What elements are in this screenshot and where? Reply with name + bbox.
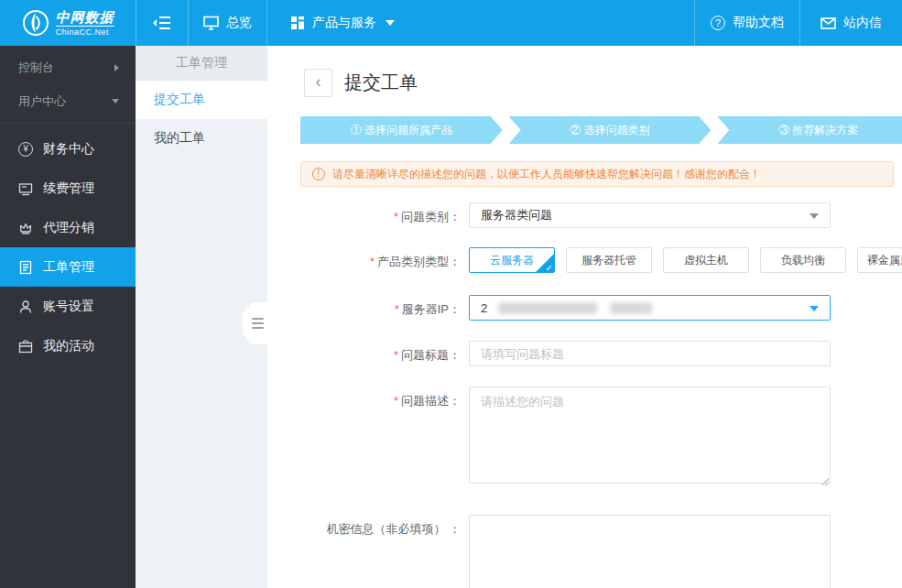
submenu-item-submit-ticket[interactable]: 提交工单 xyxy=(136,81,267,119)
category-label-text: 问题类别： xyxy=(401,210,461,223)
step-2-select-category: ② 选择问题类别 xyxy=(509,116,712,144)
product-button-cloud-server[interactable]: 云服务器 ✓ xyxy=(469,247,555,273)
grip-line xyxy=(252,322,264,324)
issue-description-label-text: 问题描述： xyxy=(401,394,461,408)
help-question-icon: ? xyxy=(711,16,725,30)
check-icon: ✓ xyxy=(546,263,553,273)
workorder-label: 工单管理 xyxy=(43,259,94,276)
sidebar-item-account[interactable]: 账号设置 xyxy=(0,287,136,326)
top-navbar: 中网数据 ChinaCC.Net 总览 产品与服务 xyxy=(0,0,902,46)
caret-down-icon xyxy=(810,213,819,219)
form-row-server-ip: *服务器IP： 2 xyxy=(300,295,831,321)
grip-line xyxy=(252,318,264,320)
sidebar-item-finance[interactable]: ¥ 财务中心 xyxy=(0,129,136,169)
sidebar-item-agent[interactable]: 代理分销 xyxy=(0,208,136,247)
product-button-label: 服务器托管 xyxy=(581,253,636,268)
nav-item-help-docs[interactable]: ? 帮助文档 xyxy=(694,0,799,46)
info-alert: ! 请尽量清晰详尽的描述您的问题，以便工作人员能够快速帮您解决问题！感谢您的配合… xyxy=(300,161,894,187)
product-button-bare-metal[interactable]: 裸金属服务器 ✓ xyxy=(857,247,902,273)
required-marker: * xyxy=(394,395,398,408)
step-wizard: ① 选择问题所属产品 ② 选择问题类别 ③ 推荐解决方案 xyxy=(300,116,902,144)
fold-menu-icon xyxy=(153,16,171,30)
nav-help-label: 帮助文档 xyxy=(733,15,784,31)
monitor-icon xyxy=(203,16,219,30)
agent-label: 代理分销 xyxy=(43,220,94,236)
issue-title-label-text: 问题标题： xyxy=(401,348,461,362)
alert-exclamation-icon: ! xyxy=(312,168,325,180)
category-select[interactable]: 服务器类问题 xyxy=(469,202,831,228)
nav-mail-label: 站内信 xyxy=(843,15,882,31)
sidebar-item-workorder[interactable]: 工单管理 xyxy=(0,247,136,287)
required-marker: * xyxy=(395,303,399,316)
workorder-doc-icon xyxy=(18,260,33,275)
brand-domain: ChinaCC.Net xyxy=(56,28,114,37)
redacted-ip-blur xyxy=(610,302,652,314)
redacted-ip-blur xyxy=(498,302,597,314)
chevron-down-icon xyxy=(112,99,119,103)
product-type-label: *产品类别类型： xyxy=(300,247,461,270)
nav-products-label: 产品与服务 xyxy=(312,15,376,31)
product-button-load-balancer[interactable]: 负载均衡 ✓ xyxy=(760,247,846,273)
envelope-icon xyxy=(820,17,836,29)
app-screen: 中网数据 ChinaCC.Net 总览 产品与服务 xyxy=(0,0,902,588)
sidebar-fold-button[interactable] xyxy=(136,0,188,46)
form-row-issue-title: *问题标题： xyxy=(300,341,831,366)
finance-label: 财务中心 xyxy=(43,141,94,158)
server-ip-select[interactable]: 2 xyxy=(469,295,831,321)
grid-icon xyxy=(290,16,305,30)
secret-info-textarea[interactable] xyxy=(469,515,831,588)
product-type-label-text: 产品类别类型： xyxy=(377,255,461,268)
product-button-server-hosting[interactable]: 服务器托管 ✓ xyxy=(566,247,652,273)
sidebar-item-user-center[interactable]: 用户中心 xyxy=(0,84,136,118)
user-center-label: 用户中心 xyxy=(18,93,112,110)
back-button[interactable]: ‹ xyxy=(304,69,332,97)
console-label: 控制台 xyxy=(18,60,114,76)
form-row-category: *问题类别： 服务器类问题 xyxy=(300,202,831,228)
account-label: 账号设置 xyxy=(43,299,94,315)
submenu-collapse-handle[interactable] xyxy=(243,302,267,344)
brand-logo[interactable]: 中网数据 ChinaCC.Net xyxy=(0,0,136,46)
nav-item-products[interactable]: 产品与服务 xyxy=(266,0,418,46)
alert-text: 请尽量清晰详尽的描述您的问题，以便工作人员能够快速帮您解决问题！感谢您的配合！ xyxy=(332,167,761,182)
renewal-label: 续费管理 xyxy=(43,180,94,197)
issue-title-label: *问题标题： xyxy=(300,341,461,364)
main-content: ‹ 提交工单 ① 选择问题所属产品 ② 选择问题类别 ③ 推荐解决方案 ! 请尽… xyxy=(267,46,902,588)
required-marker: * xyxy=(370,256,375,268)
server-ip-label-text: 服务器IP： xyxy=(402,302,461,316)
account-user-icon xyxy=(18,299,33,314)
navbar-spacer xyxy=(418,0,694,46)
page-header: ‹ 提交工单 xyxy=(304,69,418,97)
required-marker: * xyxy=(394,349,398,362)
primary-sidebar: 控制台 用户中心 ¥ 财务中心 续费管理 代理分销 xyxy=(0,46,136,588)
issue-description-textarea[interactable] xyxy=(469,387,831,484)
issue-description-label: *问题描述： xyxy=(300,387,461,409)
secret-info-label-text: 机密信息（非必填项） ： xyxy=(326,522,461,536)
sidebar-item-activity[interactable]: 我的活动 xyxy=(0,326,136,365)
sidebar-item-renewal[interactable]: 续费管理 xyxy=(0,169,136,208)
required-marker: * xyxy=(394,211,398,223)
activity-label: 我的活动 xyxy=(43,338,94,354)
nav-item-site-mail[interactable]: 站内信 xyxy=(799,0,902,46)
sidebar-item-console[interactable]: 控制台 xyxy=(0,50,136,84)
nav-item-overview[interactable]: 总览 xyxy=(188,0,266,46)
brand-logo-icon xyxy=(22,9,49,37)
category-select-value: 服务器类问题 xyxy=(481,207,552,223)
category-label: *问题类别： xyxy=(300,202,461,225)
submenu-header: 工单管理 xyxy=(136,46,267,81)
grip-line xyxy=(252,327,264,329)
product-button-label: 裸金属服务器 xyxy=(867,253,902,268)
product-button-label: 虚拟主机 xyxy=(684,253,728,268)
renewal-card-icon xyxy=(18,181,33,196)
issue-title-input[interactable] xyxy=(469,341,831,366)
caret-down-icon xyxy=(810,306,819,311)
step-1-select-product: ① 选择问题所属产品 xyxy=(300,116,503,144)
submenu-item-my-tickets[interactable]: 我的工单 xyxy=(136,119,267,158)
product-button-virtual-host[interactable]: 虚拟主机 ✓ xyxy=(663,247,749,273)
brand-name: 中网数据 xyxy=(56,10,114,27)
sidebar-divider xyxy=(0,123,136,124)
product-button-label: 云服务器 xyxy=(490,253,534,268)
finance-yen-icon: ¥ xyxy=(18,142,33,157)
chevron-right-icon xyxy=(114,64,119,71)
page-title: 提交工单 xyxy=(344,71,418,95)
server-ip-label: *服务器IP： xyxy=(300,295,461,318)
